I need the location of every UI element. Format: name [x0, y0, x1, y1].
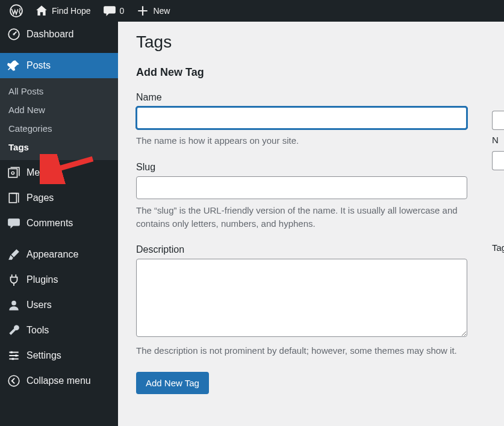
svg-rect-7 — [11, 351, 13, 353]
right-column-cutoff: N Tag — [492, 22, 504, 426]
svg-rect-9 — [12, 358, 14, 360]
menu-tools-label: Tools — [26, 325, 49, 336]
menu-comments-label: Comments — [26, 218, 73, 229]
svg-point-6 — [11, 301, 16, 306]
home-icon — [35, 4, 48, 17]
sliders-icon — [7, 349, 20, 362]
menu-media-label: Media — [26, 167, 53, 178]
slug-label: Slug — [136, 162, 467, 173]
field-description: Description The description is not promi… — [136, 244, 467, 357]
svg-rect-3 — [8, 168, 17, 177]
menu-media[interactable]: Media — [0, 160, 118, 185]
page-title: Tags — [136, 32, 486, 52]
svg-point-2 — [13, 33, 14, 35]
menu-collapse[interactable]: Collapse menu — [0, 368, 118, 394]
plug-icon — [7, 273, 20, 286]
menu-settings-label: Settings — [26, 350, 61, 361]
brush-icon — [7, 248, 20, 261]
cutoff-label-tag: Tag — [492, 242, 504, 253]
submit-button[interactable]: Add New Tag — [136, 372, 209, 394]
menu-appearance[interactable]: Appearance — [0, 242, 118, 267]
svg-rect-5 — [9, 193, 16, 202]
content-area: Tags Add New Tag Name The name is how it… — [118, 22, 504, 426]
name-label: Name — [136, 92, 467, 103]
menu-plugins-label: Plugins — [26, 274, 58, 285]
name-help: The name is how it appears on your site. — [136, 134, 467, 147]
new-content-link[interactable]: New — [130, 0, 176, 22]
comments-icon — [7, 217, 20, 230]
field-slug: Slug The “slug” is the URL-friendly vers… — [136, 162, 467, 230]
admin-sidebar: Dashboard Posts All Posts Add New Catego… — [0, 22, 118, 426]
description-label: Description — [136, 244, 467, 255]
slug-help: The “slug” is the URL-friendly version o… — [136, 204, 467, 230]
comments-link[interactable]: 0 — [97, 0, 131, 22]
svg-point-10 — [8, 375, 19, 386]
new-label: New — [153, 6, 170, 16]
field-name: Name The name is how it appears on your … — [136, 92, 467, 147]
plus-icon — [136, 4, 149, 17]
submenu-add-new[interactable]: Add New — [0, 100, 118, 119]
slug-input[interactable] — [136, 176, 467, 199]
wrench-icon — [7, 324, 20, 337]
svg-rect-8 — [15, 354, 17, 356]
menu-collapse-label: Collapse menu — [26, 375, 91, 386]
wordpress-logo-menu[interactable] — [4, 0, 29, 22]
name-input[interactable] — [136, 106, 467, 129]
section-title: Add New Tag — [136, 66, 486, 79]
menu-users[interactable]: Users — [0, 292, 118, 318]
comment-icon — [103, 4, 116, 17]
menu-users-label: Users — [26, 300, 52, 310]
submenu-categories[interactable]: Categories — [0, 119, 118, 138]
menu-appearance-label: Appearance — [26, 249, 78, 260]
menu-plugins[interactable]: Plugins — [0, 267, 118, 292]
menu-settings[interactable]: Settings — [0, 343, 118, 368]
site-home-link[interactable]: Find Hope — [29, 0, 97, 22]
site-name: Find Hope — [52, 6, 91, 16]
cutoff-input-1[interactable] — [492, 111, 504, 130]
dashboard-icon — [7, 28, 20, 41]
menu-posts-submenu: All Posts Add New Categories Tags — [0, 78, 118, 160]
user-icon — [7, 298, 20, 312]
media-icon — [7, 166, 20, 179]
page-icon — [7, 191, 20, 205]
submenu-tags[interactable]: Tags — [0, 138, 118, 156]
menu-dashboard-label: Dashboard — [26, 29, 73, 40]
admin-topbar: Find Hope 0 New — [0, 0, 504, 22]
menu-posts[interactable]: Posts — [0, 53, 118, 78]
description-textarea[interactable] — [136, 259, 467, 337]
menu-pages[interactable]: Pages — [0, 185, 118, 211]
svg-point-4 — [11, 171, 14, 174]
description-help: The description is not prominent by defa… — [136, 344, 467, 357]
submenu-all-posts[interactable]: All Posts — [0, 82, 118, 100]
menu-pages-label: Pages — [26, 193, 54, 203]
menu-tools[interactable]: Tools — [0, 318, 118, 343]
cutoff-input-2[interactable] — [492, 151, 504, 170]
menu-posts-label: Posts — [26, 60, 51, 71]
cutoff-label-n: N — [492, 135, 504, 145]
menu-dashboard[interactable]: Dashboard — [0, 22, 118, 47]
collapse-icon — [7, 374, 20, 387]
pin-icon — [7, 59, 20, 72]
comments-count: 0 — [120, 6, 125, 16]
wordpress-logo-icon — [10, 4, 23, 17]
menu-comments[interactable]: Comments — [0, 211, 118, 236]
